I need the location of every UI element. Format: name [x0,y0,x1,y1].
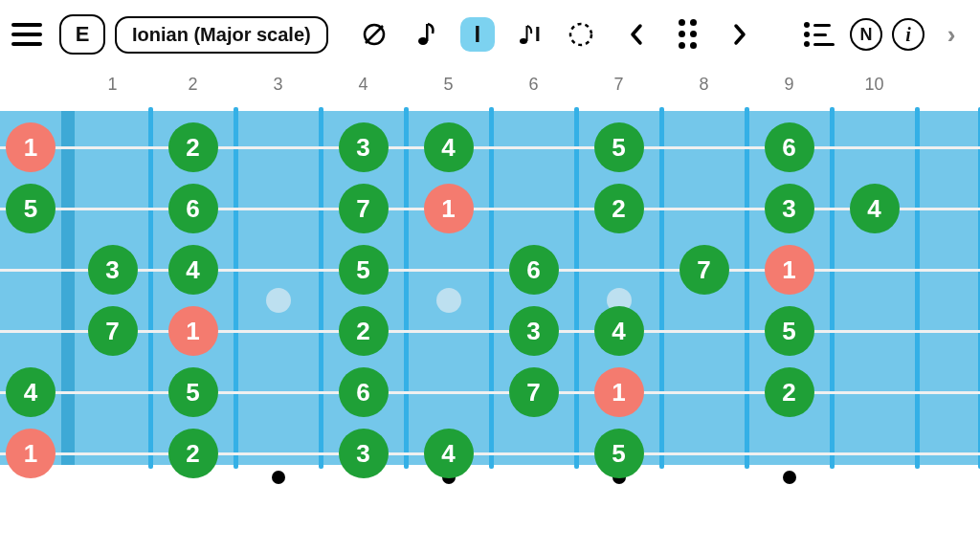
chevron-left-icon [627,22,646,47]
fretboard-inlay [266,288,291,313]
fret-number: 6 [528,75,538,95]
toolbar: E Ionian (Major scale) I I [0,0,980,69]
tuning-button[interactable]: N [850,18,882,51]
ladder-icon [804,22,835,47]
note-degree[interactable]: 5 [594,429,644,478]
note-degree[interactable]: 4 [424,122,474,172]
note-degree[interactable]: 3 [339,122,389,172]
overflow-button[interactable]: › [934,17,969,52]
view-note-button[interactable] [409,17,443,52]
note-degree[interactable]: 2 [168,122,218,172]
fret-wire [148,107,153,469]
dashed-circle-icon [568,21,594,48]
interval-letter: I [535,22,541,47]
note-degree[interactable]: 7 [679,245,729,295]
note-degree[interactable]: 5 [6,184,56,233]
fret-wire [319,107,323,469]
fret-number: 8 [699,75,708,95]
grid-dots-icon [679,19,698,50]
note-degree[interactable]: 2 [765,367,814,417]
fret-wire [830,107,835,469]
note-root[interactable]: 1 [168,306,218,356]
view-empty-button[interactable] [357,17,391,52]
fretboard[interactable]: 123456567123434567171234545671212345 [0,103,980,486]
note-degree[interactable]: 4 [424,429,474,478]
note-root[interactable]: 1 [6,429,56,478]
string-line [0,269,980,272]
string-line [0,452,980,455]
menu-button[interactable] [11,15,50,54]
note-root[interactable]: 1 [594,367,644,417]
fret-marker-dot [272,471,285,484]
fret-number: 2 [188,75,197,95]
next-button[interactable] [723,17,757,52]
note-degree[interactable]: 6 [765,122,814,172]
chevron-right-icon [730,22,749,47]
fret-wire [404,107,409,469]
empty-set-icon [362,22,387,47]
view-note-interval-button[interactable]: I [512,17,546,52]
note-degree[interactable]: 3 [765,184,814,233]
positions-button[interactable] [671,17,705,52]
note-degree[interactable]: 6 [339,367,389,417]
note-root[interactable]: 1 [6,122,56,172]
note-degree[interactable]: 3 [88,245,138,295]
fret-wire [574,107,579,469]
fret-number-row: 12345678910 [0,69,980,101]
note-degree[interactable]: 3 [509,306,559,356]
note-degree[interactable]: 2 [594,184,644,233]
fret-number: 1 [107,75,117,95]
note-degree[interactable]: 5 [594,122,644,172]
note-degree[interactable]: 4 [594,306,644,356]
fret-number: 5 [443,75,453,95]
fret-number: 3 [273,75,282,95]
svg-point-6 [570,24,591,45]
scale-selector[interactable]: Ionian (Major scale) [115,16,328,54]
note-degree[interactable]: 5 [339,245,389,295]
svg-rect-3 [426,24,429,41]
fretboard-inlay [436,288,461,313]
fret-wire [745,107,749,469]
view-interval-button[interactable]: I [460,17,495,52]
fret-number: 10 [864,75,883,95]
note-degree[interactable]: 7 [509,367,559,417]
note-degree[interactable]: 4 [168,245,218,295]
note-degree[interactable]: 7 [88,306,138,356]
string-line [0,330,980,333]
fret-marker-dot [783,471,796,484]
eighth-note-icon [416,22,435,47]
fret-number: 4 [358,75,368,95]
fret-wire [915,107,920,469]
fret-wire [489,107,494,469]
note-degree[interactable]: 7 [339,184,389,233]
note-degree[interactable]: 5 [765,306,814,356]
nav-group [619,17,757,52]
fretboard-nut [61,111,75,465]
eighth-note-icon [518,23,533,46]
key-selector[interactable]: E [59,14,105,55]
info-button[interactable]: i [892,18,924,51]
string-line [0,208,980,210]
note-degree[interactable]: 2 [168,429,218,478]
fret-number: 7 [613,75,623,95]
note-degree[interactable]: 3 [339,429,389,478]
note-degree[interactable]: 4 [6,367,56,417]
fret-number: 9 [784,75,793,95]
prev-button[interactable] [619,17,654,52]
note-degree[interactable]: 2 [339,306,389,356]
note-degree[interactable]: 5 [168,367,218,417]
note-degree[interactable]: 6 [168,184,218,233]
note-root[interactable]: 1 [424,184,474,233]
note-degree[interactable]: 6 [509,245,559,295]
fret-wire [234,107,238,469]
string-line [0,146,980,149]
view-chordtone-button[interactable] [564,17,598,52]
string-line [0,391,980,394]
pattern-list-button[interactable] [802,17,836,52]
note-root[interactable]: 1 [765,245,814,295]
note-degree[interactable]: 4 [850,184,900,233]
svg-rect-5 [525,26,527,41]
view-mode-group: I I [357,17,598,52]
fret-wire [659,107,664,469]
